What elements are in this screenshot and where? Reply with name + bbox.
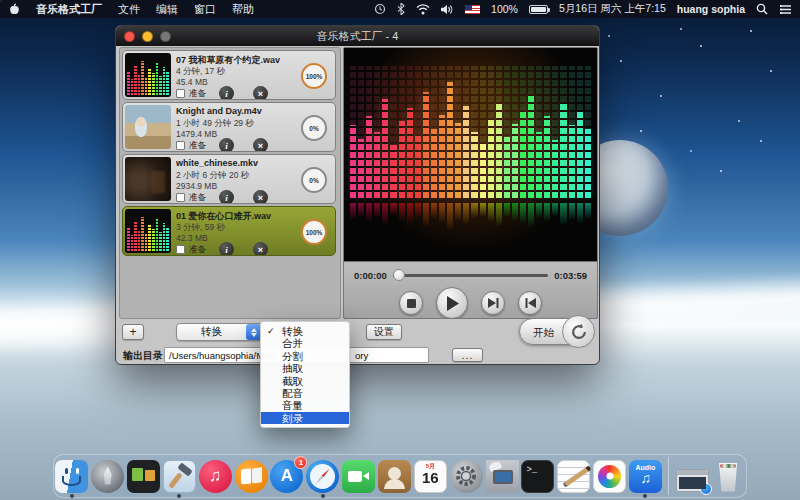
popup-menu-item-1[interactable]: 合并 — [261, 337, 349, 349]
popup-menu-item-0[interactable]: ✓转换 — [261, 325, 349, 337]
menu-user[interactable]: huang sophia — [677, 3, 745, 15]
mode-dropdown[interactable]: 转换 — [176, 323, 264, 341]
dock-icon-photos[interactable] — [592, 456, 628, 496]
dock-icon-system-preferences[interactable] — [448, 456, 484, 496]
dock-icon-safari[interactable] — [305, 456, 341, 496]
menu-window[interactable]: 窗口 — [194, 2, 216, 17]
skip-back-button[interactable] — [518, 291, 542, 315]
dock-icon-audio[interactable]: Audio♫ — [627, 456, 663, 496]
info-button[interactable]: i — [219, 242, 234, 256]
add-file-button[interactable]: + — [122, 324, 144, 340]
dock-icon-app-store[interactable]: A1 — [269, 456, 305, 496]
bottom-toolbar: + 转换 设置 开始 — [116, 320, 599, 344]
mode-popup-menu: ✓转换合并分割抽取截取配音音量刻录 — [260, 321, 350, 428]
start-button-label: 开始 — [533, 326, 554, 340]
ready-label: 准备 — [189, 192, 206, 204]
playback-controls: 0:00:00 0:03:59 — [344, 261, 597, 318]
dock-icon-screens[interactable] — [126, 456, 162, 496]
menu-app-name[interactable]: 音乐格式工厂 — [36, 2, 102, 17]
file-size: 2934.9 MB — [176, 181, 217, 191]
dock-icon-terminal[interactable]: >_ — [520, 456, 556, 496]
dock-icon-calendar[interactable]: 5月16 — [412, 456, 448, 496]
dock-icon-remote-desktop[interactable] — [484, 456, 520, 496]
running-indicator-dot — [321, 494, 325, 498]
spotlight-search-icon[interactable] — [756, 3, 768, 15]
seek-slider-knob[interactable] — [393, 269, 405, 281]
dock-icon-facetime[interactable] — [341, 456, 377, 496]
info-button[interactable]: i — [219, 86, 234, 100]
file-list-item[interactable]: 01 爱你在心口难开.wav 3 分钟, 59 秒 42.3 MB 准备 i ×… — [122, 206, 336, 256]
remove-file-button[interactable]: × — [253, 138, 268, 152]
output-directory-row: 输出目录: /Users/huangsophia/Mus ory ... — [116, 346, 599, 366]
remove-file-button[interactable]: × — [253, 242, 268, 256]
ready-label: 准备 — [189, 88, 206, 100]
window-title: 音乐格式工厂 - 4 — [116, 29, 599, 44]
ready-checkbox[interactable] — [176, 193, 185, 202]
dock-icon-textedit[interactable] — [556, 456, 592, 496]
seek-slider[interactable] — [393, 274, 549, 277]
skip-forward-button[interactable] — [481, 291, 505, 315]
progress-badge: 0% — [301, 167, 327, 193]
info-button[interactable]: i — [219, 138, 234, 152]
menu-datetime[interactable]: 5月16日 周六 上午7:15 — [559, 2, 666, 16]
apple-menu-icon[interactable] — [8, 3, 20, 16]
popup-menu-item-2[interactable]: 分割 — [261, 350, 349, 362]
dock-icon-itunes[interactable]: ♫ — [197, 456, 233, 496]
desktop[interactable]: 音乐格式工厂 文件 编辑 窗口 帮助 100% 5月16日 周六 上午7:15 … — [0, 0, 800, 500]
ready-label: 准备 — [189, 140, 206, 152]
dock-icon-trash[interactable] — [710, 456, 746, 496]
info-button[interactable]: i — [219, 190, 234, 204]
input-language-flag-icon[interactable] — [465, 5, 480, 14]
menu-edit[interactable]: 编辑 — [156, 2, 178, 17]
remove-file-button[interactable]: × — [253, 86, 268, 100]
menu-bar: 音乐格式工厂 文件 编辑 窗口 帮助 100% 5月16日 周六 上午7:15 … — [0, 0, 800, 18]
file-list: 07 我和草原有个约定.wav 4 分钟, 17 秒 45.4 MB 准备 i … — [119, 47, 341, 319]
battery-percent: 100% — [491, 3, 518, 15]
ready-checkbox[interactable] — [176, 141, 185, 150]
wifi-icon[interactable] — [416, 4, 430, 15]
file-size: 42.3 MB — [176, 233, 208, 243]
popup-menu-item-5[interactable]: 配音 — [261, 387, 349, 399]
stop-button[interactable] — [399, 291, 423, 315]
dock: ♫A15月16>_Audio♫ — [53, 454, 747, 498]
window-title-bar[interactable]: 音乐格式工厂 - 4 — [116, 26, 599, 46]
dock-icon-contacts[interactable] — [377, 456, 413, 496]
ready-label: 准备 — [189, 244, 206, 256]
remove-file-button[interactable]: × — [253, 190, 268, 204]
notification-center-icon[interactable] — [779, 4, 792, 15]
dock-icon-finder[interactable] — [54, 456, 90, 496]
file-list-item[interactable]: Knight and Day.m4v 1 小时 49 分钟 29 秒 1479.… — [122, 102, 336, 152]
dock-separator — [668, 457, 669, 495]
bluetooth-icon[interactable] — [397, 3, 405, 15]
ready-checkbox[interactable] — [176, 89, 185, 98]
popup-menu-item-6[interactable]: 音量 — [261, 399, 349, 411]
checkmark-icon: ✓ — [267, 325, 275, 337]
menu-help[interactable]: 帮助 — [232, 2, 254, 17]
file-thumbnail — [125, 53, 171, 97]
file-list-item[interactable]: white_chinese.mkv 2 小时 6 分钟 20 秒 2934.9 … — [122, 154, 336, 204]
settings-button[interactable]: 设置 — [366, 324, 402, 340]
equalizer-visualization — [344, 48, 597, 263]
file-list-item[interactable]: 07 我和草原有个约定.wav 4 分钟, 17 秒 45.4 MB 准备 i … — [122, 50, 336, 100]
browse-output-button[interactable]: ... — [452, 348, 483, 362]
dock-icon-minimized-window[interactable] — [674, 456, 710, 496]
running-indicator-dot — [70, 494, 74, 498]
popup-menu-item-3[interactable]: 抽取 — [261, 362, 349, 374]
file-thumbnail — [125, 105, 171, 149]
menu-file[interactable]: 文件 — [118, 2, 140, 17]
dock-icon-xcode[interactable] — [162, 456, 198, 496]
time-machine-icon[interactable] — [374, 3, 386, 15]
ready-checkbox[interactable] — [176, 245, 185, 254]
file-thumbnail — [125, 157, 171, 201]
file-name: Knight and Day.m4v — [176, 106, 296, 116]
total-time: 0:03:59 — [554, 270, 587, 281]
play-button[interactable] — [436, 287, 468, 319]
dock-icon-launchpad[interactable] — [90, 456, 126, 496]
running-indicator-dot — [643, 494, 647, 498]
battery-icon[interactable] — [529, 5, 548, 14]
popup-menu-item-7[interactable]: 刻录 — [261, 412, 349, 424]
volume-icon[interactable] — [441, 4, 454, 15]
dock-icon-ibooks[interactable] — [233, 456, 269, 496]
popup-menu-item-4[interactable]: 截取 — [261, 375, 349, 387]
start-button[interactable]: 开始 — [519, 318, 593, 345]
